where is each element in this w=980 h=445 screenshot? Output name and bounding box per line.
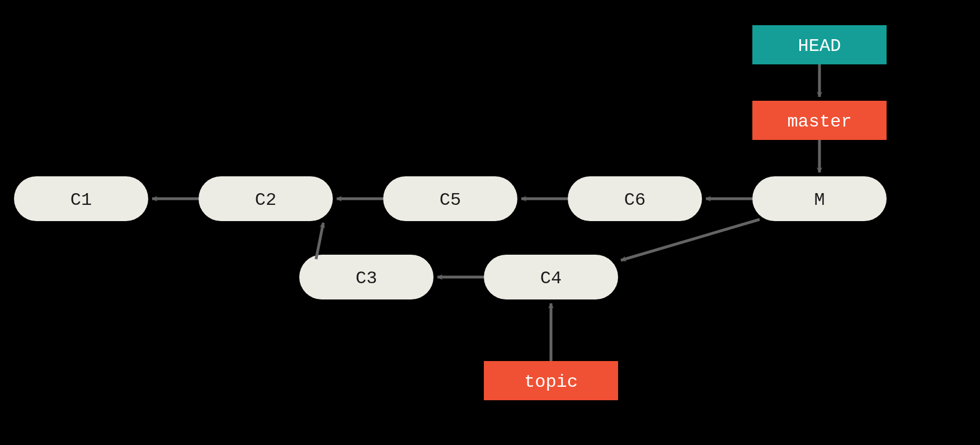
commit-c5-label: C5	[440, 190, 461, 210]
commit-c1-label: C1	[70, 190, 92, 210]
ref-head-label: HEAD	[798, 36, 841, 57]
ref-topic-label: topic	[524, 372, 578, 392]
commit-c3: C3	[299, 255, 434, 299]
arrow-c3-to-c2	[316, 223, 323, 259]
arrow-m-to-c4	[621, 219, 760, 260]
commit-c5: C5	[383, 176, 517, 221]
commit-c3-label: C3	[356, 268, 377, 289]
ref-head: HEAD	[752, 25, 887, 64]
commit-c6: C6	[568, 176, 702, 221]
commit-c2-label: C2	[255, 190, 276, 210]
commit-c1: C1	[14, 176, 148, 221]
commit-m-label: M	[814, 190, 824, 210]
commit-c2: C2	[199, 176, 333, 221]
commit-m: M	[752, 176, 887, 221]
ref-master: master	[752, 101, 887, 140]
commit-c6-label: C6	[624, 190, 646, 210]
ref-master-label: master	[787, 111, 851, 132]
commit-c4-label: C4	[540, 268, 562, 289]
ref-topic: topic	[484, 361, 618, 400]
git-diagram: C1 C2 C5 C6 M C3 C4 HEAD	[0, 0, 980, 445]
commit-c4: C4	[484, 255, 618, 299]
